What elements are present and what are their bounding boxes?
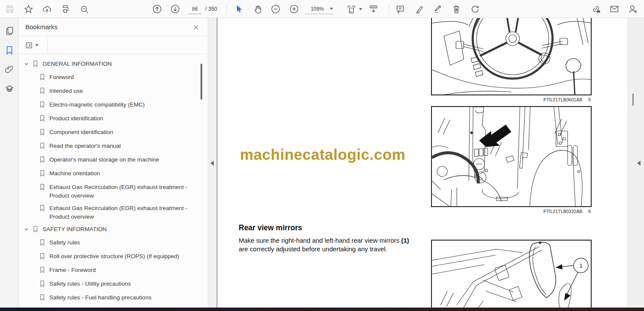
chevron-down-icon — [330, 8, 333, 10]
expand-panel-icon[interactable] — [637, 161, 641, 166]
figure-caption-number: 6 — [588, 209, 591, 214]
bookmarks-options-icon[interactable] — [25, 40, 43, 50]
fit-width-icon[interactable] — [366, 2, 381, 16]
figure-rear-view-mirror: 1 — [431, 240, 592, 308]
document-page[interactable]: PTIL21TLB0601AB 5 — [217, 18, 644, 308]
search-icon[interactable] — [77, 2, 91, 16]
trash-icon[interactable] — [449, 2, 464, 16]
bookmark-icon — [39, 156, 46, 165]
chevron-down-icon — [35, 44, 39, 46]
page-down-icon[interactable] — [168, 2, 182, 16]
close-icon[interactable] — [191, 23, 200, 31]
paragraph-bold-ref: (1) — [401, 237, 409, 244]
star-icon[interactable] — [21, 2, 36, 16]
comment-icon[interactable] — [393, 2, 407, 16]
fit-page-icon[interactable] — [344, 2, 358, 16]
page-total-label: / 350 — [205, 4, 217, 14]
highlighter-icon[interactable] — [412, 2, 427, 16]
page-up-icon[interactable] — [150, 2, 164, 16]
print-icon[interactable] — [58, 2, 73, 16]
bookmark-item[interactable]: Electro-magnetic compatibility (EMC) — [19, 98, 208, 112]
pdf-viewer-app: 86 / 350 109% — [0, 0, 644, 311]
bookmark-item[interactable]: SAFETY INFORMATION — [19, 223, 208, 236]
top-toolbar: 86 / 350 109% — [0, 0, 644, 18]
page-number-input[interactable]: 86 — [188, 4, 202, 14]
bookmark-item-label: Exhaust Gas Recirculation (EGR) exhaust … — [49, 204, 197, 221]
bookmark-item[interactable]: Read the operator's manual — [19, 140, 208, 153]
bookmark-item-label: Machine orientation — [49, 169, 100, 178]
bookmarks-panel: Bookmarks GENERAL INFORMATIONForewordInt… — [19, 18, 208, 308]
bookmark-item[interactable]: GENERAL INFORMATION — [19, 58, 208, 71]
zoom-level-value: 109% — [305, 6, 330, 12]
select-cursor-icon[interactable] — [232, 2, 246, 16]
bookmark-item[interactable]: Frame - Foreword — [19, 264, 208, 277]
document-scrollbar[interactable] — [632, 94, 634, 106]
figure-dashboard-steering — [431, 18, 592, 95]
figure-caption: PTIL21TLB0332AB 6 — [431, 209, 592, 214]
bookmark-item-label: GENERAL INFORMATION — [43, 60, 112, 68]
chevron-down-icon[interactable] — [24, 61, 30, 68]
add-person-icon[interactable] — [626, 2, 640, 16]
bookmark-icon — [32, 60, 39, 69]
layers-icon[interactable] — [2, 82, 17, 97]
bookmark-item[interactable]: Safety rules - Fuel handling precautions — [19, 291, 208, 305]
zoom-level-dropdown[interactable]: 109% — [305, 4, 333, 14]
bookmark-item-label: SAFETY INFORMATION — [43, 225, 107, 234]
bookmark-icon — [39, 128, 46, 137]
zoom-out-icon[interactable] — [268, 2, 283, 16]
share-upload-icon[interactable] — [39, 2, 54, 16]
bookmark-item-label: Operator's manual storage on the machine — [49, 156, 159, 164]
bookmarks-scrollbar[interactable] — [200, 64, 202, 100]
bookmark-item[interactable]: Operator's manual storage on the machine — [19, 153, 208, 167]
bookmark-item-label: Electro-magnetic compatibility (EMC) — [49, 101, 145, 109]
bookmark-item-label: Intended use — [49, 87, 83, 95]
bookmark-item[interactable]: Safety rules — [19, 236, 208, 250]
bookmarks-options-row — [19, 36, 208, 54]
paragraph-text: Make sure the right-hand and left-hand r… — [239, 237, 401, 244]
bookmarks-header: Bookmarks — [19, 18, 208, 36]
hand-tool-icon[interactable] — [250, 2, 265, 16]
document-scroll-gutter — [628, 18, 644, 308]
bookmark-icon — [39, 183, 46, 192]
mail-icon[interactable] — [607, 2, 622, 16]
panel-collapse-gutter — [208, 18, 217, 308]
bookmark-item[interactable]: Roll over protective structure (ROPS) (I… — [19, 250, 208, 264]
save-icon[interactable] — [3, 2, 17, 16]
bookmark-item-label: Read the operator's manual — [49, 142, 121, 150]
collapse-panel-icon[interactable] — [210, 161, 214, 166]
attachments-icon[interactable] — [2, 61, 17, 77]
paragraph-text: are correctly adjusted before undertakin… — [239, 245, 387, 253]
bookmark-item[interactable]: Machine orientation — [19, 167, 208, 181]
bookmark-icon — [39, 87, 46, 96]
bookmark-item-label: Product identification — [49, 114, 103, 123]
bookmarks-icon[interactable] — [2, 43, 17, 58]
bookmark-item[interactable]: Product identification — [19, 112, 208, 126]
section-paragraph: Make sure the right-hand and left-hand r… — [239, 236, 418, 253]
bookmark-item-label: Safety rules — [49, 238, 80, 247]
figure-caption-code: PTIL21TLB0332AB — [544, 209, 582, 214]
bookmark-item[interactable]: Foreword — [19, 71, 208, 85]
left-icon-strip — [0, 18, 19, 308]
link-icon[interactable] — [589, 2, 603, 16]
sign-icon[interactable] — [431, 2, 445, 16]
bookmark-item[interactable]: Exhaust Gas Recirculation (EGR) exhaust … — [19, 202, 208, 223]
bookmark-icon — [39, 115, 46, 124]
zoom-in-icon[interactable] — [287, 2, 301, 16]
bookmark-item-label: Safety rules - Utility precautions — [49, 280, 131, 288]
chevron-down-icon[interactable] — [24, 226, 30, 233]
bookmark-item[interactable]: Intended use — [19, 85, 208, 98]
bookmark-icon — [39, 253, 46, 262]
bookmark-item-label: Safety rules - Fuel handling precautions — [49, 293, 152, 302]
bookmark-item[interactable]: Safety rules - Utility precautions — [19, 277, 208, 291]
bookmark-icon — [39, 239, 46, 248]
bookmark-item[interactable]: Component identification — [19, 126, 208, 140]
page-thumbnails-icon[interactable] — [2, 23, 17, 39]
bookmark-icon — [32, 226, 39, 234]
bookmark-icon — [39, 294, 46, 303]
bookmark-item-label: Roll over protective structure (ROPS) (I… — [49, 252, 179, 261]
rotate-icon[interactable] — [468, 2, 482, 16]
bookmark-tree: GENERAL INFORMATIONForewordIntended useE… — [19, 54, 208, 308]
bookmark-icon — [39, 266, 46, 275]
bookmark-icon — [39, 170, 46, 179]
bookmark-item[interactable]: Exhaust Gas Recirculation (EGR) exhaust … — [19, 181, 208, 202]
